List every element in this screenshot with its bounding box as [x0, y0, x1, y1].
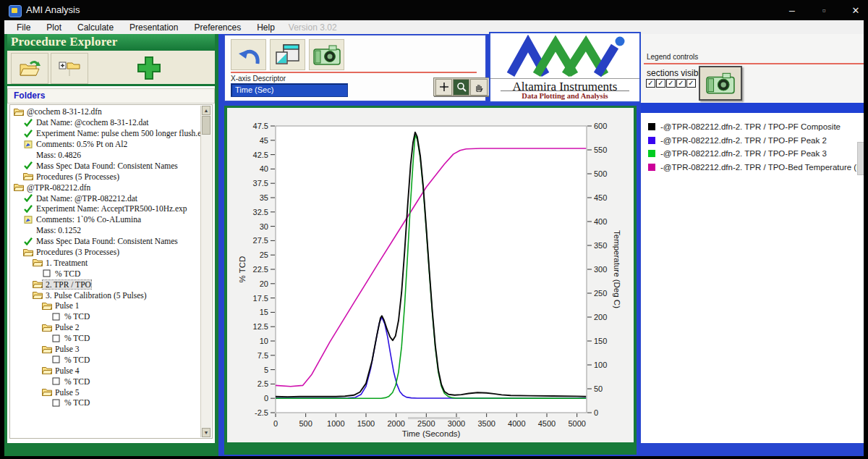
tree-item[interactable]: % TCD: [10, 333, 200, 344]
tree-item[interactable]: Pulse 2: [10, 322, 200, 333]
checkbox-icon-slot[interactable]: [51, 377, 61, 386]
checkbox-icon-slot[interactable]: [51, 398, 61, 407]
pan-tool[interactable]: [470, 79, 487, 96]
tree-item[interactable]: Pulse 4: [10, 365, 200, 376]
checkbox-icon-slot[interactable]: [41, 269, 52, 278]
tree-item-label: 2. TPR / TPO: [43, 280, 91, 289]
zoom-tool[interactable]: [453, 79, 469, 96]
legend-item[interactable]: -@TPR-082212.dfn-2. TPR / TPO-PF Peak 3: [648, 147, 864, 161]
check-icon: [24, 237, 33, 245]
left-tick-label: 7.5: [258, 351, 268, 360]
folder-icon: [42, 345, 52, 353]
tree-item[interactable]: Mass: 0.1252: [10, 225, 200, 236]
folders-header: Folders: [7, 88, 215, 104]
plot-area[interactable]: [276, 126, 587, 413]
tree-item[interactable]: Dat Name: @TPR-082212.dat: [10, 193, 200, 203]
add-procedure-button[interactable]: [127, 53, 171, 83]
expand-folder-icon: [59, 60, 80, 77]
section-checkbox-3[interactable]: ✓: [666, 79, 676, 88]
minimize-button[interactable]: –: [783, 6, 801, 17]
tree-item[interactable]: Mass: 0.4826: [10, 150, 200, 161]
tree-item[interactable]: 3. Pulse Calibration (5 Pulses): [10, 290, 200, 300]
maximize-button[interactable]: ▫: [814, 6, 833, 17]
tree-item[interactable]: @TPR-082212.dfn: [10, 182, 200, 193]
section-checkbox-4[interactable]: ✓: [676, 79, 686, 88]
x-tick-label: 5000: [568, 419, 585, 428]
menu-item-presentation[interactable]: Presentation: [122, 22, 186, 33]
crosshair-tool[interactable]: [435, 79, 452, 96]
tree-item[interactable]: % TCD: [10, 354, 200, 365]
tree-item[interactable]: Pulse 5: [10, 387, 200, 397]
legend-item[interactable]: -@TPR-082212.dfn-2. TPR / TPO-Bed Temper…: [648, 161, 864, 174]
scrollbar-thumb[interactable]: [202, 116, 210, 135]
menu-item-plot[interactable]: Plot: [38, 22, 69, 33]
legend-item[interactable]: -@TPR-082212.dfn-2. TPR / TPO-PF Peak 2: [648, 134, 864, 148]
legend-scrollbar[interactable]: [857, 142, 864, 175]
checkbox-icon-slot[interactable]: [51, 312, 61, 321]
tree-item[interactable]: Pulse 3: [10, 344, 200, 355]
snapshot-button[interactable]: [309, 39, 344, 70]
tree-item[interactable]: Procedures (5 Processes): [10, 171, 200, 182]
left-tick-label: -2.5: [255, 408, 268, 417]
open-folder-icon: [19, 59, 41, 78]
tree-item[interactable]: Dat Name: @cochem 8-31-12.dat: [10, 117, 200, 128]
checkbox-icon[interactable]: [52, 399, 60, 407]
check-icon-slot: [22, 129, 33, 138]
tree-item[interactable]: Procedures (3 Processes): [10, 247, 200, 258]
scroll-up-icon[interactable]: ▲: [202, 106, 210, 115]
plot-scrollbar-thumb[interactable]: [408, 417, 460, 419]
note-icon-slot: [22, 215, 33, 224]
tree-scrollbar[interactable]: ▲ ▼: [200, 106, 211, 437]
tree-item[interactable]: Mass Spec Data Found: Consistent Names: [10, 236, 200, 247]
folder-tree-container: @cochem 8-31-12.dfnDat Name: @cochem 8-3…: [9, 104, 213, 439]
tree-item[interactable]: % TCD: [10, 397, 200, 408]
tree-item-label: Mass Spec Data Found: Consistent Names: [33, 237, 178, 245]
legend-item[interactable]: -@TPR-082212.dfn-2. TPR / TPO-PF Composi…: [648, 120, 864, 134]
close-button[interactable]: ✕: [846, 6, 865, 17]
menu-item-file[interactable]: File: [9, 22, 38, 33]
tree-item[interactable]: Experiment Name: AcceptTPR500-10Hz.exp: [10, 203, 200, 214]
open-file-button[interactable]: [11, 53, 48, 84]
tree-item[interactable]: @cochem 8-31-12.dfn: [10, 106, 200, 117]
menu-item-calculate[interactable]: Calculate: [69, 22, 122, 33]
windows-cascade-icon: [276, 44, 300, 66]
tree-item[interactable]: Pulse 1: [10, 300, 200, 311]
window-layout-button[interactable]: [270, 39, 305, 70]
tree-item[interactable]: Experiment Name: pulse chem 500 longer f…: [10, 128, 200, 139]
expand-folders-button[interactable]: [51, 53, 88, 84]
tree-item[interactable]: % TCD: [10, 311, 200, 322]
legend-item-label: -@TPR-082212.dfn-2. TPR / TPO-PF Peak 3: [660, 149, 827, 158]
tree-item[interactable]: Comments: 1`0% Co-ALumina: [10, 214, 200, 225]
tree-item[interactable]: Mass Spec Data Found: Consistent Names: [10, 160, 200, 171]
section-checkbox-2[interactable]: ✓: [656, 79, 665, 88]
checkbox-icon[interactable]: [52, 313, 60, 321]
checkbox-icon-slot[interactable]: [51, 334, 61, 342]
section-checkbox-5[interactable]: ✓: [686, 79, 696, 88]
tree-item-label: Pulse 3: [52, 345, 80, 353]
scroll-down-icon[interactable]: ▼: [202, 428, 210, 437]
tree-item[interactable]: % TCD: [10, 376, 200, 387]
folder-icon-slot: [32, 280, 43, 289]
section-checkbox-row: ✓✓✓✓✓: [646, 79, 697, 88]
tree-item[interactable]: Comments: 0.5% Pt on Al2: [10, 139, 200, 150]
checkbox-icon-slot[interactable]: [51, 355, 61, 364]
tree-item[interactable]: % TCD: [10, 268, 200, 279]
left-tick-label: 5: [264, 366, 268, 374]
right-tick-label: 0: [594, 408, 598, 417]
tree-item[interactable]: 1. Treatment: [10, 257, 200, 268]
legend-snapshot-button[interactable]: [699, 66, 742, 101]
checkbox-icon[interactable]: [43, 269, 51, 277]
note-icon: [24, 216, 33, 224]
menu-item-preferences[interactable]: Preferences: [186, 22, 249, 33]
tree-item-label: Experiment Name: pulse chem 500 longer f…: [33, 129, 201, 138]
tree-item-label: 1. Treatment: [43, 258, 88, 267]
section-checkbox-1[interactable]: ✓: [646, 79, 655, 88]
tpr-chart[interactable]: -2.502.557.51012.51517.52022.52527.53032…: [227, 108, 634, 442]
checkbox-icon[interactable]: [52, 377, 60, 385]
xaxis-descriptor-select[interactable]: Time (Sec): [231, 83, 348, 97]
tree-item[interactable]: 2. TPR / TPO: [10, 279, 200, 290]
menu-item-help[interactable]: Help: [249, 22, 283, 33]
undo-button[interactable]: [231, 39, 266, 70]
checkbox-icon[interactable]: [52, 334, 60, 342]
checkbox-icon[interactable]: [52, 355, 60, 363]
